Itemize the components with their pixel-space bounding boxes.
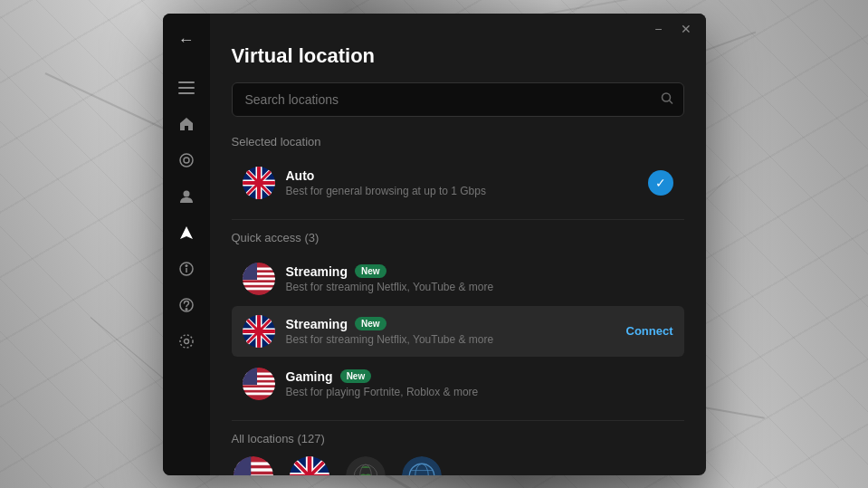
location-button[interactable] bbox=[170, 216, 203, 249]
svg-point-9 bbox=[184, 339, 188, 343]
quick-item-1-info: Streaming New Best for streaming Netflix… bbox=[286, 264, 673, 293]
content-area: Virtual location Selected location bbox=[210, 44, 706, 475]
connect-button[interactable]: Connect bbox=[626, 324, 673, 338]
all-loc-uk-flag[interactable] bbox=[288, 455, 331, 475]
svg-point-10 bbox=[180, 335, 193, 348]
quick-item-1-name: Streaming New bbox=[286, 264, 673, 279]
selected-section-label: Selected location bbox=[232, 135, 684, 148]
us-flag-3 bbox=[243, 368, 275, 400]
quick-item-1-desc: Best for streaming Netflix, YouTube & mo… bbox=[286, 281, 673, 293]
info-button[interactable] bbox=[170, 253, 203, 285]
vpn-button[interactable] bbox=[170, 144, 203, 177]
all-loc-us-flag[interactable] bbox=[232, 455, 275, 475]
svg-rect-29 bbox=[243, 263, 257, 280]
help-button[interactable] bbox=[170, 289, 203, 321]
selected-location-item[interactable]: Auto Best for general browsing at up to … bbox=[232, 158, 684, 208]
quick-item-3-info: Gaming New Best for playing Fortnite, Ro… bbox=[286, 369, 673, 398]
svg-rect-45 bbox=[243, 392, 275, 395]
auto-location-desc: Best for general browsing at up to 1 Gbp… bbox=[286, 185, 637, 197]
svg-marker-3 bbox=[180, 226, 193, 239]
svg-rect-28 bbox=[243, 287, 275, 290]
uk-flag-2 bbox=[243, 315, 275, 348]
quick-access-item-2[interactable]: Streaming New Best for streaming Netflix… bbox=[232, 306, 684, 357]
quick-item-2-name: Streaming New bbox=[286, 317, 615, 331]
all-loc-world-flag-2[interactable] bbox=[400, 455, 444, 475]
quick-access-item-3[interactable]: Gaming New Best for playing Fortnite, Ro… bbox=[232, 359, 684, 409]
close-button[interactable]: ✕ bbox=[677, 21, 695, 37]
svg-point-2 bbox=[183, 190, 189, 196]
svg-point-8 bbox=[186, 308, 187, 310]
minimize-button[interactable]: − bbox=[651, 21, 665, 37]
home-button[interactable] bbox=[170, 108, 203, 140]
quick-item-3-desc: Best for playing Fortnite, Roblox & more bbox=[286, 386, 673, 398]
svg-point-63 bbox=[346, 456, 386, 475]
badge-new-1: New bbox=[355, 264, 386, 278]
svg-point-11 bbox=[662, 93, 670, 101]
sidebar: ← bbox=[163, 14, 210, 475]
quick-item-2-info: Streaming New Best for streaming Netflix… bbox=[286, 317, 615, 346]
svg-rect-53 bbox=[234, 456, 251, 475]
page-title: Virtual location bbox=[232, 44, 684, 68]
svg-point-6 bbox=[186, 264, 187, 266]
quick-item-3-name: Gaming New bbox=[286, 369, 673, 384]
svg-rect-27 bbox=[243, 282, 275, 285]
selected-checkmark: ✓ bbox=[648, 170, 673, 196]
titlebar: − ✕ bbox=[210, 14, 706, 44]
all-loc-world-flag-1[interactable] bbox=[344, 455, 387, 475]
profile-button[interactable] bbox=[170, 180, 203, 213]
divider-2 bbox=[232, 420, 684, 421]
divider-1 bbox=[232, 219, 684, 220]
svg-line-12 bbox=[669, 100, 672, 104]
search-container bbox=[232, 82, 684, 117]
auto-location-info: Auto Best for general browsing at up to … bbox=[286, 168, 637, 197]
badge-new-3: New bbox=[340, 369, 372, 383]
quick-access-item-1[interactable]: Streaming New Best for streaming Netflix… bbox=[232, 254, 684, 304]
svg-rect-44 bbox=[243, 388, 275, 390]
search-input[interactable] bbox=[232, 82, 684, 117]
us-flag-1 bbox=[243, 263, 275, 295]
app-window: ← bbox=[163, 14, 706, 475]
quick-access-label: Quick access (3) bbox=[232, 231, 684, 244]
settings-button[interactable] bbox=[170, 325, 203, 358]
auto-location-name: Auto bbox=[286, 168, 637, 183]
all-locations-label: All locations (127) bbox=[232, 432, 684, 445]
svg-rect-46 bbox=[243, 368, 257, 385]
svg-point-1 bbox=[184, 158, 189, 163]
svg-point-67 bbox=[402, 456, 442, 475]
back-button[interactable]: ← bbox=[170, 24, 203, 57]
flag-row bbox=[232, 455, 684, 475]
search-icon bbox=[661, 91, 673, 107]
main-content: − ✕ Virtual location Selected location bbox=[210, 14, 706, 475]
quick-item-2-desc: Best for streaming Netflix, YouTube & mo… bbox=[286, 333, 615, 346]
auto-flag bbox=[243, 167, 275, 199]
badge-new-2: New bbox=[355, 317, 386, 330]
menu-button[interactable] bbox=[170, 72, 203, 104]
svg-point-0 bbox=[180, 154, 193, 167]
